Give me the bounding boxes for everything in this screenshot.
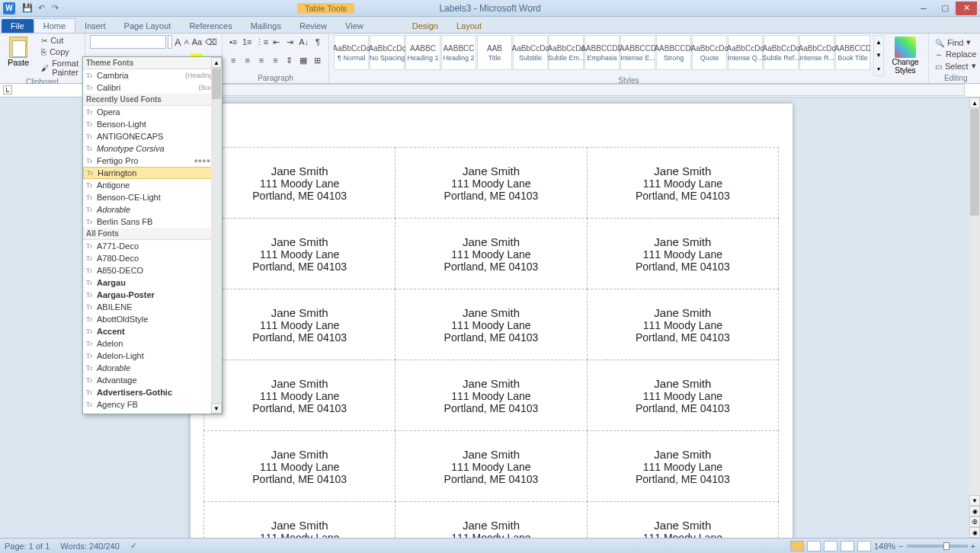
align-right-button[interactable]: ≡ <box>255 53 267 67</box>
style-item[interactable]: AaBbCcDcSubtitle <box>513 35 548 70</box>
show-marks-button[interactable]: ¶ <box>312 35 324 49</box>
decrease-indent-button[interactable]: ⇤ <box>270 35 282 49</box>
tab-home[interactable]: Home <box>34 18 75 33</box>
undo-icon[interactable]: ↶ <box>35 2 47 14</box>
styles-scroll[interactable]: ▲▼▾ <box>873 35 884 76</box>
clipboard-group: Paste Cut Copy Format Painter Clipboard <box>0 34 85 83</box>
truetype-icon: Tr <box>86 72 97 79</box>
dropdown-section-header: Theme Fonts <box>83 57 222 69</box>
group-label: Editing <box>934 74 978 83</box>
select-button[interactable]: Select ▾ <box>934 60 978 72</box>
quick-access-toolbar: 💾 ↶ ↷ <box>21 2 61 14</box>
more-icon[interactable]: ▾ <box>874 62 883 75</box>
paste-label: Paste <box>8 58 29 67</box>
tab-file[interactable]: File <box>2 19 34 33</box>
font-option[interactable]: TrCalibri(Body) <box>83 82 222 94</box>
cut-button[interactable]: Cut <box>40 35 80 46</box>
styles-group: AaBbCcDc¶ NormalAaBbCcDcNo SpacingAABBCH… <box>329 34 929 83</box>
contextual-tab-label: Table Tools <box>297 3 354 14</box>
paragraph-group: •≡ 1≡ ⋮≡ ⇤ ⇥ A↓ ¶ ≡ ≡ ≡ ≡ ⇕ ▦ ⊞ Paragrap… <box>223 34 329 83</box>
format-painter-button[interactable]: Format Painter <box>40 58 80 78</box>
increase-indent-button[interactable]: ⇥ <box>284 35 296 49</box>
style-item[interactable]: AaBbCcDcIntense Q... <box>728 35 763 70</box>
tab-review[interactable]: Review <box>290 19 336 33</box>
line-spacing-button[interactable]: ⇕ <box>283 53 296 67</box>
tab-selector[interactable]: L <box>3 85 12 94</box>
truetype-icon: Tr <box>86 84 97 91</box>
justify-button[interactable]: ≡ <box>269 53 281 67</box>
change-case-button[interactable]: Aa <box>191 35 203 49</box>
group-label: Paragraph <box>227 74 324 83</box>
change-styles-icon <box>895 37 916 58</box>
style-item[interactable]: AaBbCcDcIntense R... <box>799 35 834 70</box>
tab-references[interactable]: References <box>180 19 241 33</box>
brush-icon <box>41 63 49 72</box>
tab-layout[interactable]: Layout <box>447 19 491 33</box>
close-button[interactable]: ✕ <box>956 2 977 15</box>
tab-mailings[interactable]: Mailings <box>242 19 290 33</box>
shrink-font-button[interactable]: A <box>184 35 190 49</box>
font-name-input[interactable] <box>90 35 166 49</box>
select-icon <box>935 62 942 71</box>
styles-gallery: AaBbCcDc¶ NormalAaBbCcDcNo SpacingAABBCH… <box>334 35 870 70</box>
style-item[interactable]: AaBbCcDcSubtle Em... <box>549 35 584 70</box>
style-item[interactable]: AABBCCDDEmphasis <box>584 35 620 70</box>
font-size-input[interactable] <box>168 35 172 49</box>
document-title: Labels3 - Microsoft Word <box>439 3 540 14</box>
dropdown-section-header: Recently Used Fonts <box>83 94 222 97</box>
style-item[interactable]: AABBCHeading 1 <box>405 35 440 70</box>
style-item[interactable]: AaBbCcDc¶ Normal <box>334 35 369 70</box>
tab-view[interactable]: View <box>336 19 373 33</box>
font-option[interactable]: TrCambria(Headings) <box>83 69 222 82</box>
font-dropdown: Theme FontsTrCambria(Headings)TrCalibri(… <box>82 56 223 97</box>
ribbon-tabs: FileHomeInsertPage LayoutReferencesMaili… <box>0 17 980 34</box>
multilevel-button[interactable]: ⋮≡ <box>255 35 268 49</box>
find-icon <box>935 38 944 47</box>
align-center-button[interactable]: ≡ <box>241 53 253 67</box>
title-bar: W 💾 ↶ ↷ Table Tools Labels3 - Microsoft … <box>0 0 980 17</box>
style-item[interactable]: AaBbCcDcNo Spacing <box>370 35 405 70</box>
style-item[interactable]: AABTitle <box>477 35 512 70</box>
maximize-button[interactable]: ▢ <box>934 2 956 15</box>
minimize-button[interactable]: ─ <box>913 2 934 15</box>
style-item[interactable]: AABBCCHeading 2 <box>441 35 476 70</box>
change-styles-button[interactable]: Change Styles <box>887 35 924 76</box>
numbering-button[interactable]: 1≡ <box>241 35 253 49</box>
save-icon[interactable]: 💾 <box>21 2 34 14</box>
align-left-button[interactable]: ≡ <box>227 53 239 67</box>
clear-formatting-button[interactable]: ⌫ <box>204 35 218 49</box>
paste-icon <box>9 37 27 58</box>
redo-icon[interactable]: ↷ <box>49 2 61 14</box>
replace-icon <box>935 50 943 59</box>
editing-group: Find ▾ Replace Select ▾ Editing <box>929 34 980 83</box>
style-item[interactable]: AABBCCDIStrong <box>656 35 691 70</box>
shading-button[interactable]: ▦ <box>297 53 309 67</box>
style-item[interactable]: AABBCCDIntense E... <box>620 35 655 70</box>
style-item[interactable]: AABBCCDBook Title <box>835 35 870 70</box>
grow-font-button[interactable]: A <box>174 35 182 49</box>
scroll-thumb[interactable] <box>212 69 221 97</box>
horizontal-ruler[interactable] <box>198 84 965 96</box>
sort-button[interactable]: A↓ <box>298 35 310 49</box>
copy-icon <box>41 47 46 56</box>
style-item[interactable]: AaBbCcDcSubtle Ref... <box>764 35 799 70</box>
bullets-button[interactable]: •≡ <box>227 35 239 49</box>
tab-design[interactable]: Design <box>403 19 447 33</box>
dropdown-scrollbar[interactable]: ▲ ▼ <box>211 57 222 97</box>
copy-button[interactable]: Copy <box>40 46 80 57</box>
down-icon[interactable]: ▼ <box>874 49 883 62</box>
tab-insert[interactable]: Insert <box>75 19 115 33</box>
replace-button[interactable]: Replace <box>934 49 978 59</box>
scissors-icon <box>41 36 47 45</box>
find-button[interactable]: Find ▾ <box>934 37 978 48</box>
tab-page-layout[interactable]: Page Layout <box>115 19 181 33</box>
up-icon[interactable]: ▲ <box>874 36 883 49</box>
borders-button[interactable]: ⊞ <box>312 53 324 67</box>
window-controls: ─ ▢ ✕ <box>913 2 980 15</box>
scroll-up-icon[interactable]: ▲ <box>211 57 222 68</box>
paste-button[interactable]: Paste <box>5 35 32 69</box>
style-item[interactable]: AaBbCcDcQuote <box>692 35 727 70</box>
app-icon[interactable]: W <box>3 2 15 14</box>
